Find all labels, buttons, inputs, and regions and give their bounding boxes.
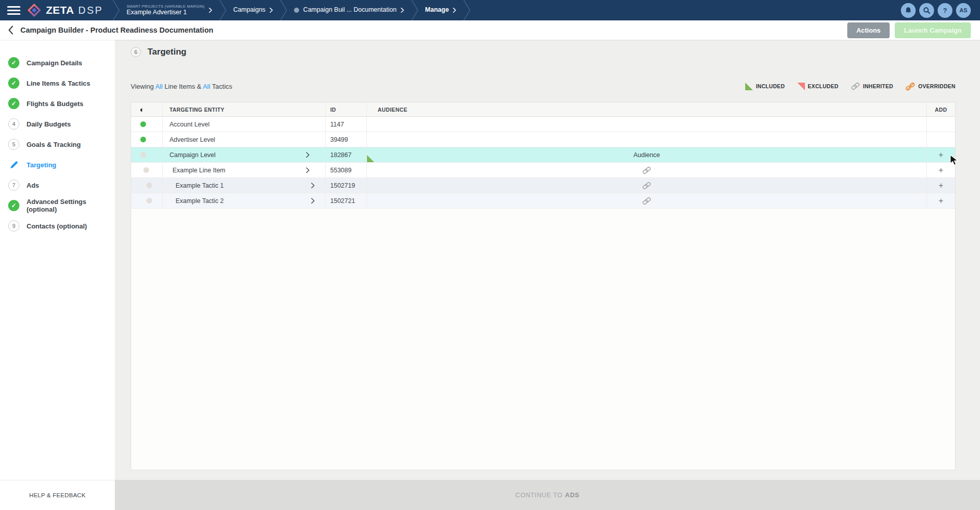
status-dot-gray — [140, 152, 146, 158]
audience-cell — [367, 178, 927, 193]
id-cell: 1502719 — [326, 178, 367, 193]
breadcrumb-item-campaign-buil-documentation[interactable]: Campaign Buil ... Documentation — [287, 0, 411, 20]
pencil-icon — [8, 161, 19, 169]
launch-campaign-button[interactable]: Launch Campaign — [895, 22, 971, 38]
help-feedback-button[interactable]: HELP & FEEDBACK — [0, 480, 115, 510]
column-header-entity: TARGETING ENTITY — [163, 103, 326, 116]
entity-cell: Campaign Level — [163, 147, 326, 162]
table-row-example-tactic-2[interactable]: Example Tactic 21502721+ — [131, 193, 955, 209]
column-header-audience: AUDIENCE — [367, 103, 927, 116]
row-id: 39499 — [330, 136, 348, 143]
breadcrumb-text: Campaign Buil ... Documentation — [303, 6, 397, 14]
step-number-badge: 6 — [131, 47, 141, 57]
sidebar-item-goals-tracking[interactable]: 5Goals & Tracking — [0, 134, 115, 155]
legend-excluded: EXCLUDED — [797, 83, 839, 90]
legend: INCLUDEDEXCLUDEDINHERITEDOVERRIDDEN — [745, 82, 955, 91]
row-status-cell — [131, 147, 163, 162]
legend-included: INCLUDED — [745, 83, 785, 90]
status-dot-gray — [146, 198, 152, 203]
chevron-right-icon — [453, 8, 456, 13]
expand-chevron-icon[interactable] — [306, 152, 310, 158]
table-row-advertiser-level[interactable]: Advertiser Level39499 — [131, 132, 955, 147]
targeting-table-panel: ◐ TARGETING ENTITY ID AUDIENCE ADD Accou… — [131, 102, 955, 470]
breadcrumb-item-manage[interactable]: Manage — [419, 0, 463, 20]
breadcrumb-separator-icon — [280, 0, 287, 20]
sidebar-item-campaign-details[interactable]: ✓Campaign Details — [0, 53, 115, 73]
breadcrumb: SMART PROJECTS (VARIABLE MARGIN)Example … — [112, 0, 901, 20]
all-tactics-link[interactable]: All — [203, 83, 210, 90]
expand-chevron-icon[interactable] — [311, 183, 315, 189]
breadcrumb-text: Campaigns — [233, 6, 265, 14]
sidebar-item-ads[interactable]: 7Ads — [0, 175, 115, 195]
table-header: ◐ TARGETING ENTITY ID AUDIENCE ADD — [131, 103, 955, 117]
table-row-example-line-item[interactable]: Example Line Item553089+ — [131, 163, 955, 178]
id-cell: 182867 — [326, 147, 367, 162]
breadcrumb-separator-icon — [411, 0, 419, 20]
chevron-right-icon — [270, 8, 273, 13]
id-cell: 39499 — [326, 132, 367, 147]
breadcrumb-item-campaigns[interactable]: Campaigns — [227, 0, 280, 20]
included-triangle-icon — [745, 83, 753, 90]
check-circle-icon: ✓ — [8, 57, 19, 68]
logo-text-zeta: ZETA — [46, 4, 74, 16]
search-button[interactable] — [919, 3, 934, 18]
sidebar-item-daily-budgets[interactable]: 4Daily Budgets — [0, 114, 115, 134]
add-targeting-button[interactable]: + — [935, 180, 947, 192]
legend-label: INHERITED — [863, 83, 893, 89]
sidebar-item-line-items-tactics[interactable]: ✓Line Items & Tactics — [0, 73, 115, 93]
sidebar-item-label: Advanced Settings (optional) — [27, 198, 115, 213]
add-targeting-button[interactable]: + — [935, 164, 947, 176]
inherited-link-icon — [642, 166, 651, 174]
section-header: 6 Targeting — [131, 47, 186, 57]
menu-icon[interactable] — [0, 0, 27, 20]
sidebar-item-targeting[interactable]: Targeting — [0, 155, 115, 175]
row-id: 182867 — [330, 151, 352, 159]
table-row-campaign-level[interactable]: Campaign Level182867Audience+ — [131, 147, 955, 163]
chevron-right-icon — [401, 8, 404, 13]
row-id: 553089 — [330, 167, 352, 174]
table-row-account-level[interactable]: Account Level1147 — [131, 117, 955, 132]
add-targeting-button[interactable]: + — [935, 149, 947, 161]
actions-button[interactable]: Actions — [847, 22, 890, 38]
nav-actions: ?AS — [901, 0, 980, 20]
sidebar-item-label: Targeting — [27, 161, 56, 169]
question-mark-icon: ? — [943, 7, 947, 14]
sidebar-item-contacts-optional[interactable]: 9Contacts (optional) — [0, 216, 115, 236]
status-dot-gray — [143, 167, 149, 173]
help-button[interactable]: ? — [938, 3, 952, 18]
inherited-link-icon — [642, 197, 651, 205]
add-cell: + — [927, 147, 955, 162]
breadcrumb-item-example-advertiser-1[interactable]: SMART PROJECTS (VARIABLE MARGIN)Example … — [120, 0, 219, 20]
bell-icon — [904, 7, 912, 14]
expand-chevron-icon[interactable] — [311, 198, 315, 204]
audience-cell: Audience — [367, 147, 927, 162]
check-circle-icon: ✓ — [8, 78, 19, 89]
breadcrumb-separator-icon — [219, 0, 227, 20]
expand-chevron-icon[interactable] — [306, 167, 310, 173]
column-header-add: ADD — [927, 103, 955, 116]
row-status-cell — [131, 132, 163, 147]
zeta-logo[interactable]: ZETA DSP — [27, 0, 112, 20]
column-header-indicator: ◐ — [131, 103, 163, 116]
legend-overridden: OVERRIDDEN — [905, 82, 955, 91]
sidebar-item-flights-budgets[interactable]: ✓Flights & Budgets — [0, 93, 115, 114]
sidebar-item-label: Goals & Tracking — [27, 141, 81, 148]
status-dot-green — [140, 137, 146, 142]
all-line-items-link[interactable]: All — [155, 83, 162, 90]
add-targeting-button[interactable]: + — [935, 195, 947, 207]
avatar[interactable]: AS — [956, 3, 971, 18]
chevron-right-icon — [209, 8, 212, 13]
viewing-filter: Viewing All Line Items & All Tactics — [131, 83, 232, 90]
notifications-button[interactable] — [901, 3, 916, 18]
continue-to-ads-button[interactable]: CONTINUE TO ADS — [115, 480, 980, 510]
breadcrumb-label: Manage — [425, 6, 449, 14]
table-row-example-tactic-1[interactable]: Example Tactic 11502719+ — [131, 178, 955, 193]
sidebar-item-label: Line Items & Tactics — [27, 80, 90, 87]
half-moon-icon[interactable]: ◐ — [140, 106, 144, 113]
audience-cell — [367, 193, 927, 208]
logo-text-dsp: DSP — [78, 5, 103, 16]
column-header-id: ID — [326, 103, 367, 116]
back-button[interactable] — [0, 26, 20, 35]
add-cell: + — [927, 163, 955, 177]
sidebar-item-advanced-settings-optional[interactable]: ✓Advanced Settings (optional) — [0, 195, 115, 216]
